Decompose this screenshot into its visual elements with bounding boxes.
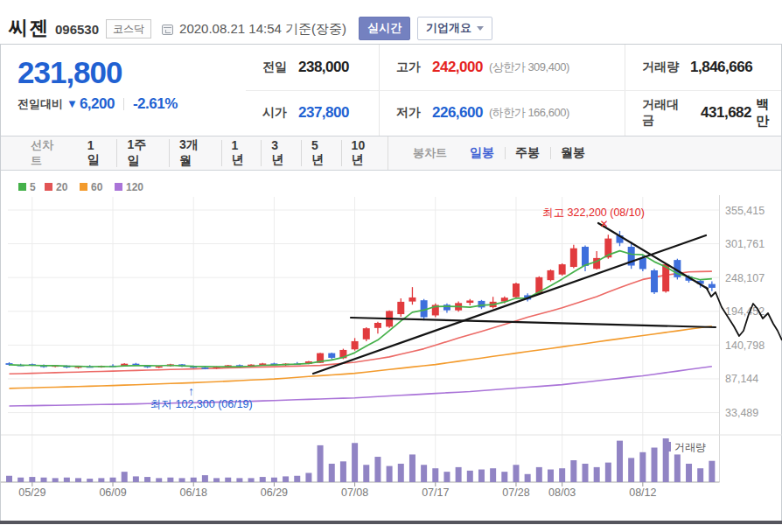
svg-text:✕: ✕ — [599, 218, 608, 230]
tab-1day[interactable]: 1일 — [77, 136, 117, 170]
svg-text:07/17: 07/17 — [422, 486, 449, 499]
low-label: 저가 — [396, 105, 421, 121]
svg-text:5: 5 — [30, 181, 36, 193]
line-chart-tabs: 선차트 1일 1주일 3개월 1년 3년 5년 10년 — [1, 136, 388, 170]
svg-text:07/08: 07/08 — [341, 486, 368, 499]
realtime-button[interactable]: 실시간 — [359, 17, 410, 40]
prev-close-value: 238,000 — [298, 59, 349, 76]
tab-3month[interactable]: 3개월 — [169, 136, 221, 171]
quote-row: 시가 237,800 저가 226,600 (하한가 166,600) 거래대금… — [246, 90, 781, 136]
down-triangle-icon: ▼ — [66, 97, 78, 110]
change-label: 전일대비 — [17, 96, 63, 112]
svg-text:↑: ↑ — [188, 384, 194, 398]
lower-limit-note: (하한가 166,600) — [489, 105, 569, 121]
chart-canvas[interactable]: 355,415301,761248,107194,452140,79887,14… — [1, 171, 781, 524]
svg-text:60: 60 — [91, 181, 103, 193]
open-value: 237,800 — [298, 104, 349, 122]
volume-label: 거래량 — [642, 60, 679, 75]
quote-datetime: 2020.08.21 14:54 기준(장중) — [179, 21, 346, 38]
svg-text:거래량: 거래량 — [674, 441, 706, 453]
prev-close-label: 전일 — [262, 60, 287, 75]
candlestick-chart[interactable]: 355,415301,761248,107194,452140,79887,14… — [1, 171, 781, 521]
svg-text:06/29: 06/29 — [261, 486, 288, 499]
prev-close-cell: 전일 238,000 — [246, 45, 379, 90]
svg-text:33,489: 33,489 — [725, 407, 758, 419]
price-summary: 231,800 전일대비 ▼ 6,200 -2.61% — [1, 45, 246, 136]
svg-text:07/28: 07/28 — [502, 486, 529, 499]
change-percent: -2.61% — [133, 95, 178, 113]
volume-cell: 거래량 1,846,666 — [625, 45, 781, 90]
company-overview-label: 기업개요 — [426, 20, 471, 36]
quote-frame: 231,800 전일대비 ▼ 6,200 -2.61% 전일 238,000 고… — [0, 44, 782, 521]
tab-5year[interactable]: 5년 — [301, 136, 341, 170]
candle-chart-tabs: 봉차트 일봉 주봉 월봉 — [388, 136, 781, 170]
trading-value-value: 431,682 — [701, 104, 751, 122]
svg-text:87,144: 87,144 — [725, 373, 758, 385]
svg-text:355,415: 355,415 — [725, 205, 765, 217]
tab-weekly-candle[interactable]: 주봉 — [505, 144, 550, 163]
low-cell: 저가 226,600 (하한가 166,600) — [379, 91, 625, 136]
svg-text:06/09: 06/09 — [99, 486, 126, 499]
chart-toolbar: 선차트 1일 1주일 3개월 1년 3년 5년 10년 봉차트 일봉 주봉 월봉 — [1, 136, 781, 171]
quote-table: 전일 238,000 고가 242,000 (상한가 309,400) 거래량 … — [246, 45, 781, 136]
tab-1year[interactable]: 1년 — [221, 136, 262, 170]
trading-value-cell: 거래대금 431,682 백만 — [625, 91, 781, 136]
tab-1week[interactable]: 1주일 — [116, 136, 169, 171]
stock-name: 씨젠 — [9, 15, 49, 41]
svg-text:05/29: 05/29 — [18, 486, 45, 499]
trading-value-label: 거래대금 — [642, 97, 689, 129]
quote-box: 231,800 전일대비 ▼ 6,200 -2.61% 전일 238,000 고… — [1, 45, 781, 136]
quote-row: 전일 238,000 고가 242,000 (상한가 309,400) 거래량 … — [246, 45, 781, 90]
low-value: 226,600 — [432, 104, 483, 122]
svg-text:120: 120 — [126, 181, 143, 193]
high-value: 242,000 — [432, 59, 483, 76]
current-price: 231,800 — [17, 57, 246, 89]
svg-text:08/12: 08/12 — [629, 486, 656, 499]
divider — [123, 98, 124, 110]
open-label: 시가 — [262, 105, 287, 121]
tab-10year[interactable]: 10년 — [341, 136, 388, 170]
svg-text:최고 322,200 (08/10): 최고 322,200 (08/10) — [542, 206, 645, 219]
svg-text:301,761: 301,761 — [725, 238, 765, 250]
chevron-down-icon — [477, 26, 484, 31]
company-overview-button[interactable]: 기업개요 — [417, 17, 492, 40]
candle-chart-caption: 봉차트 — [413, 145, 447, 161]
line-chart-caption: 선차트 — [31, 137, 65, 169]
open-cell: 시가 237,800 — [246, 91, 379, 136]
svg-text:248,107: 248,107 — [725, 272, 765, 284]
trading-value-unit: 백만 — [756, 96, 781, 130]
page-header: 씨젠 096530 코스닥 2020.08.21 14:54 기준(장중) 실시… — [0, 0, 782, 44]
volume-value: 1,846,666 — [690, 59, 752, 76]
svg-text:08/03: 08/03 — [548, 486, 576, 499]
high-label: 고가 — [396, 60, 421, 75]
tab-monthly-candle[interactable]: 월봉 — [550, 144, 596, 163]
svg-text:최저 102,300 (06/19): 최저 102,300 (06/19) — [150, 398, 253, 410]
change-value: 6,200 — [80, 95, 115, 113]
svg-text:20: 20 — [56, 181, 68, 193]
upper-limit-note: (상한가 309,400) — [489, 60, 569, 75]
tab-daily-candle[interactable]: 일봉 — [459, 144, 505, 163]
svg-text:06/18: 06/18 — [180, 486, 207, 499]
market-badge: 코스닥 — [106, 19, 151, 38]
calendar-icon — [162, 24, 173, 35]
high-cell: 고가 242,000 (상한가 309,400) — [379, 45, 625, 90]
price-change-row: 전일대비 ▼ 6,200 -2.61% — [17, 95, 246, 113]
stock-code: 096530 — [55, 22, 99, 37]
tab-3year[interactable]: 3년 — [261, 136, 301, 170]
svg-text:140,798: 140,798 — [725, 340, 765, 352]
